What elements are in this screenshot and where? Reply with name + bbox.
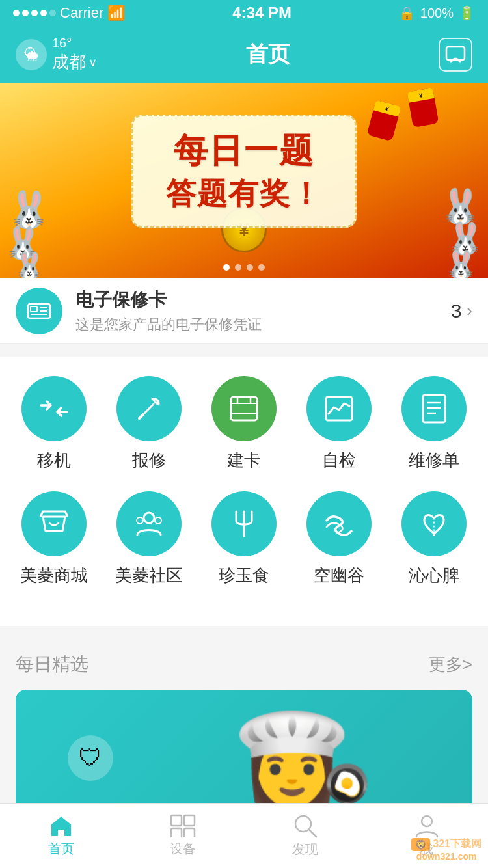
- status-left: Carrier 📶: [13, 5, 125, 21]
- devices-icon: [170, 814, 196, 837]
- icon-migrate[interactable]: 移机: [12, 376, 96, 472]
- divider-2: [0, 626, 488, 639]
- lock-icon: 🔒: [399, 5, 415, 21]
- icon-self-check[interactable]: 自检: [297, 376, 381, 472]
- repair-order-label: 维修单: [409, 449, 459, 472]
- icons-row-2: 美菱商城 美菱社区 珍玉食: [0, 491, 488, 587]
- header: 🌦 16° 成都 ∨ 首页: [0, 26, 488, 83]
- mall-label: 美菱商城: [20, 564, 88, 587]
- dot-2: [235, 264, 241, 271]
- svg-rect-2: [31, 306, 37, 312]
- message-button[interactable]: [439, 38, 472, 72]
- svg-point-26: [422, 816, 432, 826]
- chevron-right-icon: ›: [467, 301, 472, 321]
- tab-devices-label: 设备: [170, 840, 196, 858]
- self-check-label: 自检: [322, 449, 356, 472]
- svg-point-17: [155, 517, 161, 524]
- divider-1: [0, 344, 488, 357]
- migrate-icon-circle: [21, 376, 87, 441]
- header-left[interactable]: 🌦 16° 成都 ∨: [16, 36, 97, 74]
- weather-icon: 🌦: [16, 39, 47, 70]
- svg-rect-20: [171, 815, 182, 826]
- food-icon-circle: [211, 491, 277, 556]
- signal-dots: [13, 10, 56, 16]
- dot-3: [247, 264, 253, 271]
- wifi-icon: 📶: [107, 5, 125, 21]
- self-check-icon-circle: [306, 376, 372, 441]
- heart-icon-circle: [401, 491, 467, 556]
- icon-repair[interactable]: 报修: [107, 376, 191, 472]
- carrier-label: Carrier: [60, 5, 103, 21]
- watermark: 🦁 321下载网 down321.com: [411, 837, 481, 861]
- svg-rect-7: [231, 397, 257, 420]
- temperature: 16°: [52, 36, 97, 51]
- create-card-icon-circle: [211, 376, 277, 441]
- community-icon-circle: [116, 491, 182, 556]
- warranty-card[interactable]: 电子保修卡 这是您家产品的电子保修凭证 3 ›: [0, 278, 488, 344]
- dot-1: [223, 264, 230, 271]
- daily-header: 每日精选 更多>: [16, 652, 472, 677]
- message-icon: [445, 46, 466, 64]
- icon-valley[interactable]: 空幽谷: [297, 491, 381, 587]
- repair-order-icon-circle: [401, 376, 467, 441]
- svg-line-6: [139, 414, 143, 418]
- valley-icon-circle: [306, 491, 372, 556]
- tab-discover[interactable]: 发现: [256, 813, 354, 858]
- icons-row-1: 移机 报修 建卡: [0, 376, 488, 472]
- community-label: 美菱社区: [115, 564, 183, 587]
- heart-label: 沁心脾: [409, 564, 459, 587]
- icon-repair-order[interactable]: 维修单: [392, 376, 476, 472]
- warranty-info: 电子保修卡 这是您家产品的电子保修凭证: [62, 288, 451, 334]
- svg-point-15: [144, 513, 154, 523]
- banner-line1: 每日一题: [166, 128, 322, 174]
- banner[interactable]: 🐰 🐰 🐰 🐰 🐰 🐰 ¥ ¥ ¥ 每日一题 答题有奖！: [0, 83, 488, 278]
- svg-rect-23: [184, 828, 195, 837]
- discover-icon: [293, 813, 318, 838]
- dot-4: [258, 264, 265, 271]
- daily-more-link[interactable]: 更多>: [429, 653, 472, 676]
- warranty-count[interactable]: 3 ›: [451, 300, 472, 322]
- create-card-label: 建卡: [227, 449, 261, 472]
- battery-icon: 🔋: [459, 5, 475, 21]
- icon-mall[interactable]: 美菱商城: [12, 491, 96, 587]
- svg-point-16: [137, 517, 143, 524]
- daily-title: 每日精选: [16, 652, 88, 677]
- icon-food[interactable]: 珍玉食: [202, 491, 286, 587]
- icons-section: 移机 报修 建卡: [0, 357, 488, 626]
- weather-text: 16° 成都 ∨: [52, 36, 97, 74]
- chevron-down-icon: ∨: [88, 55, 97, 70]
- svg-rect-22: [171, 828, 182, 837]
- city-selector[interactable]: 成都 ∨: [52, 51, 97, 74]
- profile-icon: [415, 813, 439, 838]
- svg-line-25: [309, 830, 316, 837]
- battery-percent: 100%: [420, 6, 454, 21]
- icon-community[interactable]: 美菱社区: [107, 491, 191, 587]
- home-icon: [49, 814, 74, 837]
- red-packet-1: ¥: [367, 100, 401, 141]
- mall-icon-circle: [21, 491, 87, 556]
- svg-point-19: [433, 534, 435, 536]
- migrate-label: 移机: [37, 449, 71, 472]
- warranty-icon: [16, 288, 62, 334]
- svg-rect-21: [184, 815, 195, 826]
- repair-icon-circle: [116, 376, 182, 441]
- repair-label: 报修: [132, 449, 166, 472]
- warranty-number: 3: [451, 300, 462, 322]
- page-title: 首页: [246, 40, 290, 70]
- valley-label: 空幽谷: [314, 564, 364, 587]
- tab-devices[interactable]: 设备: [134, 814, 232, 858]
- food-label: 珍玉食: [219, 564, 269, 587]
- clock: 4:34 PM: [232, 4, 291, 22]
- icon-heart[interactable]: 沁心脾: [392, 491, 476, 587]
- banner-line2: 答题有奖！: [166, 174, 322, 214]
- icon-create-card[interactable]: 建卡: [202, 376, 286, 472]
- tab-home[interactable]: 首页: [12, 814, 110, 858]
- warranty-title: 电子保修卡: [75, 288, 438, 312]
- red-packet-2: ¥: [407, 88, 439, 128]
- shield-badge: 🛡: [68, 735, 113, 781]
- tab-discover-label: 发现: [292, 841, 318, 858]
- tab-home-label: 首页: [48, 840, 74, 858]
- banner-dots: [223, 264, 265, 271]
- status-right: 🔒 100% 🔋: [399, 5, 475, 21]
- warranty-desc: 这是您家产品的电子保修凭证: [75, 315, 438, 334]
